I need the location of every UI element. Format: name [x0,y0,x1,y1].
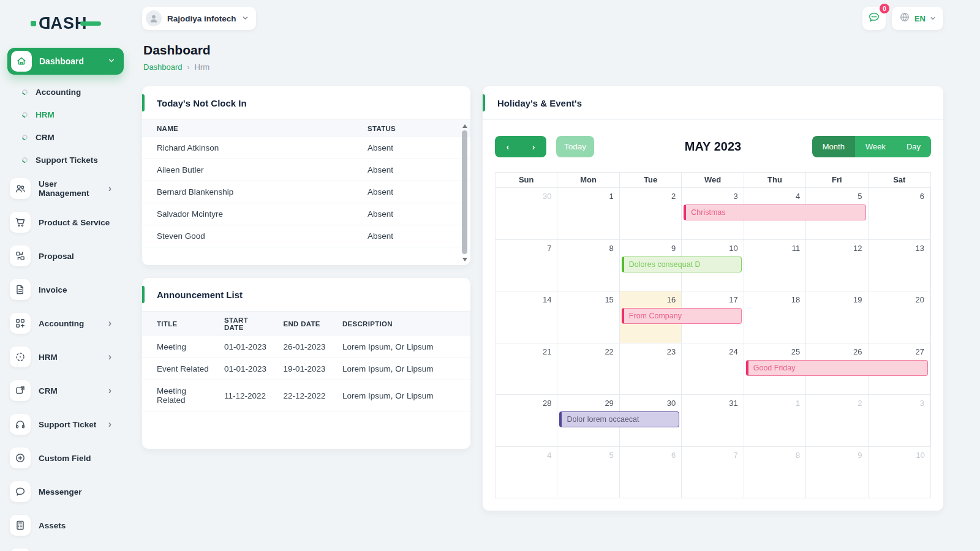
calendar-day-cell[interactable]: 5 [557,447,619,498]
scroll-down-icon[interactable] [462,258,467,261]
bullet-ring-icon [21,111,29,119]
sidebar-item-label: User Management [39,179,100,198]
view-day-button[interactable]: Day [896,136,931,157]
chevron-right-icon: › [108,352,111,362]
sidebar-item-invoice[interactable]: Invoice [7,276,124,303]
sidebar-item-hrm[interactable]: HRM [7,103,124,126]
announcement-start-date: 11-12-2022 [224,380,283,411]
sidebar-item-messenger[interactable]: Messenger [7,478,124,505]
chevron-right-icon: › [108,419,111,429]
invoice-icon [10,279,31,300]
sidebar-item-product-service[interactable]: Product & Service [7,209,124,236]
scrollbar-thumb[interactable] [462,130,467,254]
calendar-day-cell[interactable]: 24 [682,343,744,395]
calendar-day-cell[interactable]: 6 [869,188,930,239]
announcement-title: Meeting Related [142,380,224,411]
calendar-day-cell[interactable]: 30 [496,188,557,239]
language-selector[interactable]: EN [892,7,943,30]
breadcrumb-link-dashboard[interactable]: Dashboard [143,62,183,72]
calendar-day-cell[interactable]: 19 [806,291,868,343]
sidebar-item-settings[interactable]: Settings› [7,545,124,551]
sidebar-item-assets[interactable]: Assets [7,512,124,539]
language-code: EN [914,14,925,23]
bullet-ring-icon [21,133,29,141]
calendar-event[interactable]: From Company [622,308,742,324]
announcement-description: Lorem Ipsum, Or Lipsum [342,336,470,358]
gear-icon [10,549,31,551]
calendar-day-cell[interactable]: 21 [496,343,557,395]
calendar-day-cell[interactable]: 2 [806,395,868,446]
sidebar-item-crm[interactable]: CRM [7,126,124,149]
sidebar-item-accounting[interactable]: Accounting› [7,310,124,337]
calendar-day-cell[interactable]: 10 [869,447,930,498]
calendar-event[interactable]: Dolores consequat D [622,257,742,272]
sidebar-item-proposal[interactable]: Proposal [7,242,124,269]
logo-dash-icon [80,21,101,26]
sidebar-item-label: Support Ticket [39,420,100,429]
calendar-day-cell[interactable]: 9 [806,447,868,498]
announcement-title: Meeting [142,336,224,358]
sidebar-item-user-management[interactable]: User Management› [7,175,124,202]
chevron-right-icon: › [108,386,111,395]
calendar-day-cell[interactable]: 6 [620,447,682,498]
calendar-day-cell[interactable]: 7 [496,240,557,291]
calendar-day-cell[interactable]: 23 [620,343,682,395]
calendar-day-cell[interactable]: 8 [557,240,619,291]
calendar-week-row: 28293031123Dolor lorem occaecat [496,395,930,447]
day-header-sun: Sun [496,173,557,187]
calendar-day-cell[interactable]: 13 [869,240,930,291]
calendar-day-cell[interactable]: 12 [806,240,868,291]
calendar-day-cell[interactable]: 11 [744,240,806,291]
employee-status: Absent [353,225,470,247]
logo-letter-d: D [38,14,51,33]
calendar-day-cell[interactable]: 3 [869,395,930,446]
sidebar-item-dashboard[interactable]: Dashboard [7,48,124,75]
scrollbar[interactable] [461,123,469,263]
calendar-day-cell[interactable]: 4 [496,447,557,498]
calendar-day-cell[interactable]: 1 [557,188,619,239]
announcement-start-date: 01-01-2023 [224,358,283,380]
sidebar-item-accounting[interactable]: Accounting [7,81,124,103]
calendar-day-cell[interactable]: 28 [496,395,557,446]
calendar-event[interactable]: Dolor lorem occaecat [559,411,679,427]
calendar-day-cell[interactable]: 14 [496,291,557,343]
today-button[interactable]: Today [556,136,594,157]
calendar-event[interactable]: Christmas [684,204,865,220]
sidebar-item-custom-field[interactable]: Custom Field [7,444,124,471]
announcement-card: Announcement List TITLE START DATE END D… [142,278,470,449]
scroll-up-icon[interactable] [462,124,467,128]
messages-button[interactable]: 0 [862,7,886,30]
sidebar-item-label: Dashboard [39,56,100,66]
column-header-description: DESCRIPTION [342,312,470,336]
sidebar-item-hrm[interactable]: HRM› [7,343,124,370]
sidebar-item-crm[interactable]: CRM› [7,377,124,404]
chat-square-icon [10,380,31,401]
view-week-button[interactable]: Week [855,136,896,157]
sidebar-item-support-ticket[interactable]: Support Ticket› [7,411,124,438]
sidebar-item-support-tickets[interactable]: Support Tickets [7,149,124,171]
employee-name: Aileen Butler [142,159,353,181]
calendar-day-cell[interactable]: 7 [682,447,744,498]
view-month-button[interactable]: Month [812,136,855,157]
calendar-day-cell[interactable]: 2 [620,188,682,239]
calendar-day-cell[interactable]: 8 [744,447,806,498]
table-row: Bernard BlankenshipAbsent [142,181,470,203]
dots-circle-icon [10,347,31,367]
chevron-down-icon [242,13,249,24]
employee-status: Absent [353,203,470,225]
calendar-day-cell[interactable]: 20 [869,291,930,343]
next-month-button[interactable]: › [521,136,546,157]
employee-status: Absent [353,137,470,159]
calendar-day-cell[interactable]: 15 [557,291,619,343]
calendar-day-cell[interactable]: 18 [744,291,806,343]
chevron-right-icon: › [108,318,111,328]
calendar-day-cell[interactable]: 1 [744,395,806,446]
calendar-day-cell[interactable]: 31 [682,395,744,446]
day-header-thu: Thu [744,173,806,187]
employee-name: Richard Atkinson [142,137,353,159]
workspace-selector[interactable]: Rajodiya infotech [142,7,256,30]
prev-month-button[interactable]: ‹ [495,136,521,157]
calendar-event[interactable]: Good Friday [746,360,928,376]
employee-name: Salvador Mcintyre [142,203,353,225]
calendar-day-cell[interactable]: 22 [557,343,619,395]
